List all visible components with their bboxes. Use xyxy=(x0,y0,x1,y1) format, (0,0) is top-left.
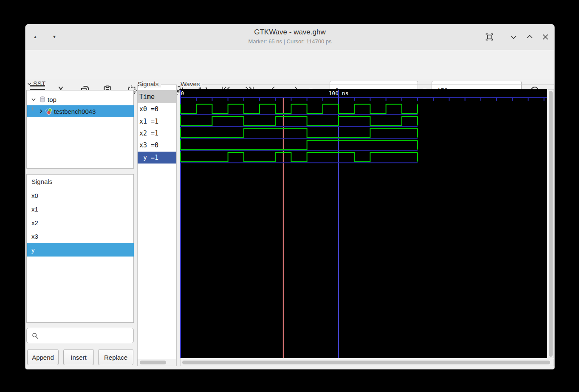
search-box[interactable] xyxy=(26,328,134,343)
list-item-x1[interactable]: x1 xyxy=(27,202,134,216)
database-icon xyxy=(39,96,46,103)
fullscreen-icon xyxy=(484,32,494,42)
window-title: GTKWave - wave.ghw xyxy=(25,28,554,37)
trace-name-row[interactable]: x3 =0 xyxy=(138,139,176,151)
time-header[interactable]: Time xyxy=(138,90,176,103)
waves-hscrollbar[interactable] xyxy=(180,359,554,366)
waves-vscrollbar-thumb[interactable] xyxy=(549,91,553,357)
trace-name-row[interactable]: y =1 xyxy=(138,152,176,164)
sst-tree: top testbench0043 xyxy=(26,90,134,169)
search-icon xyxy=(31,331,40,341)
trace-name-row[interactable]: x2 =1 xyxy=(138,127,176,139)
keep-above-button[interactable] xyxy=(484,31,495,42)
wave-canvas[interactable]: 0100 ns xyxy=(180,89,547,358)
chevron-down-icon xyxy=(508,32,519,42)
titlebar[interactable]: ▲ ▼ GTKWave - wave.ghw Marker: 65 ns | C… xyxy=(25,24,554,50)
sst-header[interactable]: SST xyxy=(26,80,45,87)
chevron-up-icon xyxy=(525,32,535,42)
screen: ▲ ▼ GTKWave - wave.ghw Marker: 65 ns | C… xyxy=(0,0,579,392)
expander-down-icon xyxy=(26,81,32,87)
tree-item-top[interactable]: top xyxy=(27,93,134,105)
list-item-x3[interactable]: x3 xyxy=(27,229,134,243)
trace-name-row[interactable]: x0 =0 xyxy=(138,103,176,115)
waves-vscrollbar[interactable] xyxy=(548,89,554,358)
close-icon xyxy=(540,32,551,42)
replace-button[interactable]: Replace xyxy=(98,349,133,365)
gtkwave-window: ▲ ▼ GTKWave - wave.ghw Marker: 65 ns | C… xyxy=(25,24,554,369)
expander-right-icon[interactable] xyxy=(38,108,44,114)
minimize-button[interactable] xyxy=(508,31,519,42)
toolbar: From: To: xyxy=(25,50,554,79)
tree-guide xyxy=(32,107,37,112)
list-item-x0[interactable]: x0 xyxy=(27,189,134,202)
trace-name-row[interactable]: x1 =1 xyxy=(138,115,176,127)
maximize-button[interactable] xyxy=(524,31,535,42)
waves-hscrollbar-thumb[interactable] xyxy=(182,361,550,364)
list-item-y[interactable]: y xyxy=(27,243,134,257)
waves-frame-label: Waves xyxy=(181,80,202,87)
marker-cursor-status: Marker: 65 ns | Cursor: 114700 ps xyxy=(25,38,554,45)
signal-list: Signals x0x1x2x3y xyxy=(26,174,134,323)
signals-frame-label: Signals xyxy=(138,80,161,87)
insert-button[interactable]: Insert xyxy=(63,349,94,365)
waveform-plot: 0100 ns xyxy=(180,89,547,358)
package-icon xyxy=(45,108,52,115)
signals-hscrollbar[interactable] xyxy=(138,359,176,366)
tree-item-label: testbench0043 xyxy=(54,108,96,115)
expander-down-icon[interactable] xyxy=(31,96,37,102)
close-button[interactable] xyxy=(540,31,551,42)
signals-hscrollbar-thumb[interactable] xyxy=(140,361,166,364)
append-button[interactable]: Append xyxy=(27,349,59,365)
svg-text:0: 0 xyxy=(181,90,184,96)
tree-item-testbench[interactable]: testbench0043 xyxy=(27,105,134,117)
list-item-x2[interactable]: x2 xyxy=(27,216,134,229)
signal-list-header[interactable]: Signals xyxy=(27,175,134,188)
search-input[interactable] xyxy=(42,329,133,343)
tree-item-label: top xyxy=(48,96,56,103)
